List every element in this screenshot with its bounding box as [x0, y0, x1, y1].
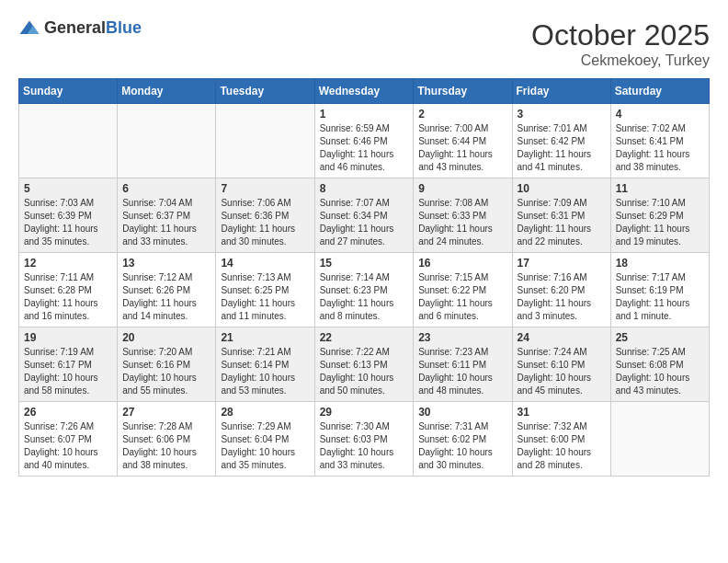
day-number: 14: [221, 257, 309, 270]
day-info: Sunrise: 7:06 AM Sunset: 6:36 PM Dayligh…: [221, 197, 309, 248]
calendar-week-row: 12Sunrise: 7:11 AM Sunset: 6:28 PM Dayli…: [19, 253, 710, 327]
day-info: Sunrise: 7:13 AM Sunset: 6:25 PM Dayligh…: [221, 271, 309, 323]
calendar-cell: 9Sunrise: 7:08 AM Sunset: 6:33 PM Daylig…: [414, 178, 512, 253]
col-header-friday: Friday: [512, 79, 610, 104]
day-info: Sunrise: 7:32 AM Sunset: 6:00 PM Dayligh…: [518, 420, 606, 472]
calendar-cell: 29Sunrise: 7:30 AM Sunset: 6:03 PM Dayli…: [314, 402, 414, 477]
calendar-cell: 7Sunrise: 7:06 AM Sunset: 6:36 PM Daylig…: [216, 178, 314, 253]
day-number: 24: [518, 331, 606, 344]
day-number: 17: [518, 257, 606, 270]
calendar-cell: 22Sunrise: 7:22 AM Sunset: 6:13 PM Dayli…: [314, 327, 414, 402]
calendar-week-row: 19Sunrise: 7:19 AM Sunset: 6:17 PM Dayli…: [19, 327, 710, 402]
day-info: Sunrise: 7:01 AM Sunset: 6:42 PM Dayligh…: [518, 122, 606, 174]
calendar-cell: 17Sunrise: 7:16 AM Sunset: 6:20 PM Dayli…: [512, 253, 610, 327]
day-info: Sunrise: 7:22 AM Sunset: 6:13 PM Dayligh…: [320, 346, 409, 397]
day-number: 30: [418, 406, 506, 419]
day-number: 21: [221, 331, 309, 344]
calendar-cell: 10Sunrise: 7:09 AM Sunset: 6:31 PM Dayli…: [512, 178, 610, 253]
calendar-cell: 28Sunrise: 7:29 AM Sunset: 6:04 PM Dayli…: [216, 402, 314, 477]
day-number: 22: [320, 331, 409, 344]
calendar-cell: [216, 104, 314, 178]
calendar-cell: 18Sunrise: 7:17 AM Sunset: 6:19 PM Dayli…: [610, 253, 709, 327]
calendar-cell: [118, 104, 216, 178]
col-header-saturday: Saturday: [610, 79, 709, 104]
calendar-cell: 2Sunrise: 7:00 AM Sunset: 6:44 PM Daylig…: [414, 104, 512, 178]
calendar-cell: 14Sunrise: 7:13 AM Sunset: 6:25 PM Dayli…: [216, 253, 314, 327]
day-info: Sunrise: 7:09 AM Sunset: 6:31 PM Dayligh…: [518, 197, 606, 248]
day-number: 3: [518, 108, 606, 121]
calendar-cell: 11Sunrise: 7:10 AM Sunset: 6:29 PM Dayli…: [610, 178, 709, 253]
calendar-cell: 25Sunrise: 7:25 AM Sunset: 6:08 PM Dayli…: [610, 327, 709, 402]
calendar-cell: 1Sunrise: 6:59 AM Sunset: 6:46 PM Daylig…: [314, 104, 414, 178]
day-info: Sunrise: 7:03 AM Sunset: 6:39 PM Dayligh…: [24, 197, 112, 248]
day-info: Sunrise: 7:23 AM Sunset: 6:11 PM Dayligh…: [418, 346, 506, 397]
day-number: 16: [418, 257, 506, 270]
logo-blue: Blue: [106, 18, 142, 37]
calendar-cell: 8Sunrise: 7:07 AM Sunset: 6:34 PM Daylig…: [314, 178, 414, 253]
day-number: 5: [24, 182, 112, 195]
calendar-cell: [19, 104, 118, 178]
day-number: 20: [122, 331, 210, 344]
calendar-cell: 24Sunrise: 7:24 AM Sunset: 6:10 PM Dayli…: [512, 327, 610, 402]
day-number: 15: [320, 257, 409, 270]
day-info: Sunrise: 7:14 AM Sunset: 6:23 PM Dayligh…: [320, 271, 409, 323]
calendar-week-row: 26Sunrise: 7:26 AM Sunset: 6:07 PM Dayli…: [19, 402, 710, 477]
day-number: 10: [518, 182, 606, 195]
day-info: Sunrise: 7:02 AM Sunset: 6:41 PM Dayligh…: [616, 122, 704, 174]
calendar-cell: 12Sunrise: 7:11 AM Sunset: 6:28 PM Dayli…: [19, 253, 118, 327]
col-header-tuesday: Tuesday: [216, 79, 314, 104]
day-number: 25: [616, 331, 704, 344]
day-number: 18: [616, 257, 704, 270]
day-info: Sunrise: 7:07 AM Sunset: 6:34 PM Dayligh…: [320, 197, 409, 248]
calendar-cell: [610, 402, 709, 477]
day-number: 6: [122, 182, 210, 195]
day-info: Sunrise: 7:17 AM Sunset: 6:19 PM Dayligh…: [616, 271, 704, 323]
calendar-cell: 31Sunrise: 7:32 AM Sunset: 6:00 PM Dayli…: [512, 402, 610, 477]
day-info: Sunrise: 7:29 AM Sunset: 6:04 PM Dayligh…: [221, 420, 309, 472]
day-number: 26: [24, 406, 112, 419]
day-number: 2: [418, 108, 506, 121]
day-number: 4: [616, 108, 704, 121]
logo-icon: [18, 19, 40, 38]
day-number: 31: [518, 406, 606, 419]
day-number: 12: [24, 257, 112, 270]
day-number: 9: [418, 182, 506, 195]
calendar-table: SundayMondayTuesdayWednesdayThursdayFrid…: [18, 78, 710, 477]
day-number: 29: [320, 406, 409, 419]
day-info: Sunrise: 7:19 AM Sunset: 6:17 PM Dayligh…: [24, 346, 112, 397]
month-title: October 2025: [531, 18, 710, 52]
calendar-cell: 3Sunrise: 7:01 AM Sunset: 6:42 PM Daylig…: [512, 104, 610, 178]
calendar-cell: 23Sunrise: 7:23 AM Sunset: 6:11 PM Dayli…: [414, 327, 512, 402]
day-number: 19: [24, 331, 112, 344]
day-info: Sunrise: 7:04 AM Sunset: 6:37 PM Dayligh…: [122, 197, 210, 248]
day-info: Sunrise: 7:10 AM Sunset: 6:29 PM Dayligh…: [616, 197, 704, 248]
calendar-cell: 20Sunrise: 7:20 AM Sunset: 6:16 PM Dayli…: [118, 327, 216, 402]
day-number: 11: [616, 182, 704, 195]
calendar-cell: 21Sunrise: 7:21 AM Sunset: 6:14 PM Dayli…: [216, 327, 314, 402]
day-info: Sunrise: 7:16 AM Sunset: 6:20 PM Dayligh…: [518, 271, 606, 323]
day-info: Sunrise: 7:28 AM Sunset: 6:06 PM Dayligh…: [122, 420, 210, 472]
day-info: Sunrise: 7:30 AM Sunset: 6:03 PM Dayligh…: [320, 420, 409, 472]
page-header: GeneralBlue October 2025 Cekmekoey, Turk…: [18, 18, 710, 69]
day-info: Sunrise: 7:25 AM Sunset: 6:08 PM Dayligh…: [616, 346, 704, 397]
logo-general: General: [44, 18, 106, 37]
calendar-week-row: 5Sunrise: 7:03 AM Sunset: 6:39 PM Daylig…: [19, 178, 710, 253]
col-header-monday: Monday: [118, 79, 216, 104]
calendar-cell: 30Sunrise: 7:31 AM Sunset: 6:02 PM Dayli…: [414, 402, 512, 477]
col-header-sunday: Sunday: [19, 79, 118, 104]
day-number: 13: [122, 257, 210, 270]
calendar-cell: 4Sunrise: 7:02 AM Sunset: 6:41 PM Daylig…: [610, 104, 709, 178]
day-number: 28: [221, 406, 309, 419]
calendar-cell: 16Sunrise: 7:15 AM Sunset: 6:22 PM Dayli…: [414, 253, 512, 327]
col-header-thursday: Thursday: [414, 79, 512, 104]
day-info: Sunrise: 7:08 AM Sunset: 6:33 PM Dayligh…: [418, 197, 506, 248]
calendar-cell: 27Sunrise: 7:28 AM Sunset: 6:06 PM Dayli…: [118, 402, 216, 477]
day-number: 1: [320, 108, 409, 121]
calendar-cell: 15Sunrise: 7:14 AM Sunset: 6:23 PM Dayli…: [314, 253, 414, 327]
calendar-week-row: 1Sunrise: 6:59 AM Sunset: 6:46 PM Daylig…: [19, 104, 710, 178]
calendar-cell: 13Sunrise: 7:12 AM Sunset: 6:26 PM Dayli…: [118, 253, 216, 327]
day-number: 8: [320, 182, 409, 195]
calendar-header-row: SundayMondayTuesdayWednesdayThursdayFrid…: [19, 79, 710, 104]
location-title: Cekmekoey, Turkey: [531, 52, 710, 69]
day-info: Sunrise: 7:26 AM Sunset: 6:07 PM Dayligh…: [24, 420, 112, 472]
